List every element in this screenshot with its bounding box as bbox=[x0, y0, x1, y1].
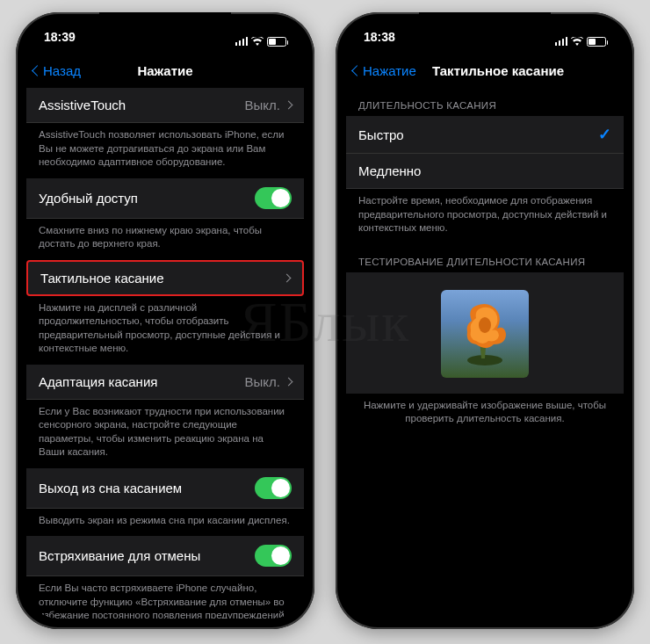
flower-icon bbox=[450, 299, 520, 369]
cell-label: Тактильное касание bbox=[40, 271, 164, 286]
chevron-back-icon bbox=[32, 65, 43, 76]
nav-bar: Назад Нажатие bbox=[26, 53, 304, 88]
status-indicators bbox=[235, 30, 287, 53]
cell-tap-to-wake[interactable]: Выход из сна касанием bbox=[26, 468, 304, 509]
cell-label: AssistiveTouch bbox=[39, 98, 126, 112]
cell-desc: Выводить экран из режима сна при касании… bbox=[26, 509, 304, 537]
back-button[interactable]: Нажатие bbox=[353, 63, 416, 78]
chevron-back-icon bbox=[351, 65, 363, 76]
cell-right: Выкл. bbox=[245, 98, 292, 112]
cell-haptic-touch[interactable]: Тактильное касание bbox=[26, 260, 304, 296]
cell-value: Выкл. bbox=[245, 98, 280, 112]
notch bbox=[99, 12, 231, 32]
settings-list[interactable]: AssistiveTouch Выкл. AssistiveTouch позв… bbox=[26, 88, 304, 619]
nav-title: Нажатие bbox=[137, 63, 192, 78]
settings-list[interactable]: ДЛИТЕЛЬНОСТЬ КАСАНИЯ Быстро ✓ Медленно Н… bbox=[346, 88, 624, 619]
toggle-switch[interactable] bbox=[255, 477, 292, 499]
toggle-switch[interactable] bbox=[255, 545, 292, 567]
status-time: 18:39 bbox=[44, 30, 76, 53]
cell-desc: AssistiveTouch позволяет использовать iP… bbox=[26, 123, 304, 178]
chevron-icon bbox=[285, 101, 293, 110]
signal-icon bbox=[555, 37, 568, 46]
cell-label: Удобный доступ bbox=[39, 191, 138, 206]
cell-right: Выкл. bbox=[245, 374, 292, 389]
battery-icon bbox=[587, 37, 606, 47]
cell-shake-to-undo[interactable]: Встряхивание для отмены bbox=[26, 536, 304, 576]
notch bbox=[419, 12, 551, 32]
cell-desc: Смахните вниз по нижнему краю экрана, чт… bbox=[26, 219, 304, 260]
cell-label: Встряхивание для отмены bbox=[39, 548, 200, 563]
nav-title: Тактильное касание bbox=[432, 63, 564, 78]
cell-label: Медленно bbox=[358, 163, 421, 178]
section-desc: Настройте время, необходимое для отображ… bbox=[346, 189, 624, 244]
test-desc: Нажмите и удерживайте изображение выше, … bbox=[346, 394, 624, 435]
back-button[interactable]: Назад bbox=[33, 63, 81, 78]
screen-left: 18:39 Назад Нажатие AssistiveTouch Выкл. bbox=[26, 23, 304, 619]
nav-bar: Нажатие Тактильное касание bbox=[346, 53, 624, 88]
back-label: Назад bbox=[43, 63, 81, 78]
cell-right bbox=[284, 275, 290, 281]
status-time: 18:38 bbox=[364, 30, 395, 53]
cell-desc: Если Вы часто встряхиваете iPhone случай… bbox=[26, 576, 304, 619]
phone-right: 18:38 Нажатие Тактильное касание ДЛИТЕЛЬ… bbox=[336, 12, 634, 629]
cell-desc: Нажмите на дисплей с различной продолжит… bbox=[26, 296, 304, 365]
svg-point-1 bbox=[479, 317, 491, 333]
screen-right: 18:38 Нажатие Тактильное касание ДЛИТЕЛЬ… bbox=[346, 23, 624, 619]
test-image[interactable] bbox=[441, 290, 529, 378]
cell-assistivetouch[interactable]: AssistiveTouch Выкл. bbox=[26, 88, 304, 123]
toggle-switch[interactable] bbox=[255, 187, 292, 209]
cell-label: Адаптация касания bbox=[39, 374, 157, 389]
cell-reachability[interactable]: Удобный доступ bbox=[26, 178, 304, 219]
battery-icon bbox=[267, 37, 286, 47]
status-indicators bbox=[555, 30, 607, 53]
signal-icon bbox=[235, 37, 249, 46]
wifi-icon bbox=[571, 37, 583, 46]
chevron-icon bbox=[283, 273, 292, 282]
chevron-icon bbox=[285, 377, 293, 386]
test-area bbox=[346, 272, 624, 394]
wifi-icon bbox=[251, 37, 264, 46]
section-header: ТЕСТИРОВАНИЕ ДЛИТЕЛЬНОСТИ КАСАНИЯ bbox=[346, 244, 624, 272]
back-label: Нажатие bbox=[363, 63, 416, 78]
cell-touch-accommodations[interactable]: Адаптация касания Выкл. bbox=[26, 365, 304, 400]
phone-left: 18:39 Назад Нажатие AssistiveTouch Выкл. bbox=[16, 12, 314, 629]
cell-desc: Если у Вас возникают трудности при испол… bbox=[26, 400, 304, 468]
cell-slow[interactable]: Медленно bbox=[346, 154, 624, 189]
checkmark-icon: ✓ bbox=[598, 125, 611, 144]
cell-label: Выход из сна касанием bbox=[39, 481, 182, 496]
cell-label: Быстро bbox=[358, 127, 404, 142]
cell-value: Выкл. bbox=[245, 374, 280, 389]
section-header: ДЛИТЕЛЬНОСТЬ КАСАНИЯ bbox=[346, 88, 624, 116]
cell-fast[interactable]: Быстро ✓ bbox=[346, 116, 624, 154]
